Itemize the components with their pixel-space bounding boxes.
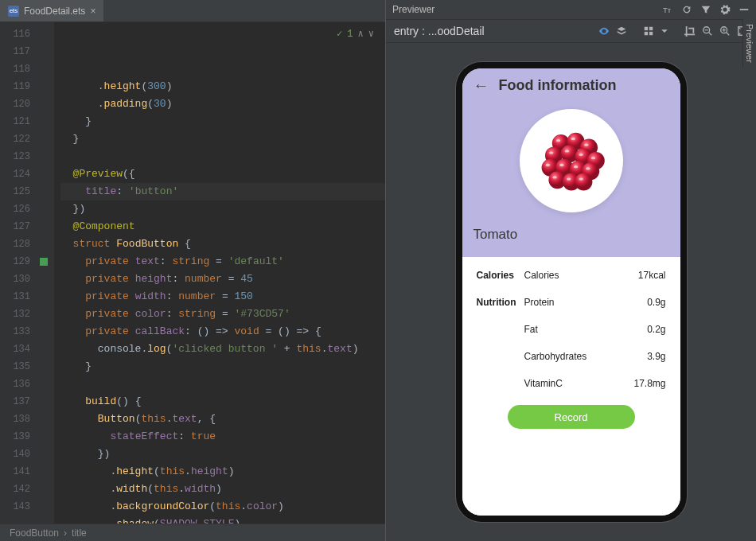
previewer-pane: Previewer Tт entry : ...oodDetail: [386, 0, 756, 541]
page-title: Food information: [499, 77, 617, 94]
layers-icon[interactable]: [616, 25, 627, 37]
device-frame: ← Food information: [456, 62, 687, 522]
nutrition-row: VitaminC17.8mg: [477, 378, 666, 389]
previewer-toolbar: entry : ...oodDetail: [386, 19, 756, 43]
svg-rect-4: [645, 32, 648, 35]
nutrition-group: Calories: [477, 270, 524, 281]
svg-point-35: [586, 167, 590, 169]
svg-rect-11: [723, 29, 724, 32]
nutrition-label: VitaminC: [524, 378, 634, 389]
nutrition-label: Carbohydrates: [524, 351, 648, 362]
zoom-in-icon[interactable]: [719, 25, 731, 37]
preview-canvas: ← Food information: [386, 43, 756, 541]
breadcrumb[interactable]: FoodButton › title: [0, 523, 385, 541]
line-gutter: 1161171181191201211221231241251261271281…: [0, 22, 35, 523]
previewer-header: Previewer Tт: [386, 0, 756, 19]
editor-tab[interactable]: ets FoodDetail.ets ×: [0, 0, 103, 21]
nutrition-value: 0.2g: [647, 324, 665, 335]
svg-point-33: [573, 165, 578, 168]
nutrition-row: Carbohydrates3.9g: [477, 351, 666, 362]
nutrition-row: Fat0.2g: [477, 324, 666, 335]
code-content[interactable]: ✓1 ∧ ∨ .height(300) .padding(30) } } @Pr…: [54, 22, 385, 523]
back-icon[interactable]: ←: [473, 76, 489, 95]
marker-gutter: [35, 22, 54, 523]
previewer-title: Previewer: [392, 4, 435, 15]
nutrition-value: 17.8mg: [633, 378, 665, 389]
chevron-right-icon: ›: [64, 527, 67, 539]
nutrition-group: Nutrition: [477, 297, 524, 308]
food-name: Tomato: [473, 219, 669, 243]
svg-rect-7: [705, 29, 708, 30]
record-button[interactable]: Record: [508, 405, 635, 429]
nutrition-row: CaloriesCalories17kcal: [477, 270, 666, 281]
check-icon: ✓: [337, 25, 342, 43]
svg-point-21: [548, 151, 553, 154]
editor-tab-bar: ets FoodDetail.ets ×: [0, 0, 385, 22]
crop-icon[interactable]: [684, 25, 696, 37]
breadcrumb-item[interactable]: FoodButton: [10, 527, 59, 539]
svg-point-27: [590, 157, 595, 159]
svg-point-41: [579, 177, 583, 180]
svg-rect-5: [649, 32, 653, 35]
zoom-out-icon[interactable]: [702, 25, 713, 37]
device-screen: ← Food information: [462, 68, 680, 516]
svg-point-40: [575, 173, 592, 190]
svg-rect-2: [645, 27, 648, 30]
text-mode-icon[interactable]: Tт: [662, 4, 673, 15]
svg-point-39: [566, 177, 571, 180]
chevron-up-icon[interactable]: ∧: [358, 25, 364, 43]
chevron-down-icon[interactable]: ∨: [368, 25, 374, 43]
eye-icon[interactable]: [598, 25, 610, 37]
entry-label: entry : ...oodDetail: [394, 25, 485, 37]
grid-icon[interactable]: [643, 25, 654, 37]
nutrition-value: 3.9g: [647, 351, 665, 362]
svg-point-15: [555, 139, 560, 142]
nutrition-value: 0.9g: [647, 297, 665, 308]
editor-pane: ets FoodDetail.ets × 1161171181191201211…: [0, 0, 386, 541]
nutrition-list: CaloriesCalories17kcalNutritionProtein0.…: [462, 257, 680, 516]
nutrition-value: 17kcal: [638, 270, 666, 281]
nutrition-row: NutritionProtein0.9g: [477, 297, 666, 308]
svg-line-12: [727, 33, 730, 36]
filter-icon[interactable]: [700, 4, 711, 15]
nutrition-label: Calories: [524, 270, 638, 281]
svg-rect-1: [740, 9, 749, 10]
svg-point-17: [571, 138, 575, 140]
food-header: ← Food information: [462, 68, 680, 257]
svg-point-23: [564, 150, 569, 152]
gear-icon[interactable]: [719, 4, 731, 15]
svg-rect-3: [649, 27, 653, 30]
inspection-summary[interactable]: ✓1 ∧ ∨: [337, 25, 374, 43]
nutrition-label: Protein: [524, 297, 648, 308]
svg-line-8: [709, 33, 712, 36]
svg-text:Tт: Tт: [663, 6, 672, 14]
svg-point-25: [579, 154, 583, 156]
svg-point-29: [545, 164, 550, 166]
minimize-icon[interactable]: [738, 4, 750, 15]
chevron-down-icon[interactable]: [661, 27, 668, 35]
tab-filename: FoodDetail.ets: [24, 6, 85, 17]
svg-point-31: [559, 164, 564, 166]
nutrition-label: Fat: [524, 324, 648, 335]
food-image: [520, 109, 623, 212]
close-icon[interactable]: ×: [90, 6, 95, 17]
previewer-side-tab[interactable]: Previewer: [742, 19, 756, 68]
breadcrumb-item[interactable]: title: [72, 527, 87, 539]
code-area[interactable]: 1161171181191201211221231241251261271281…: [0, 22, 385, 523]
file-icon: ets: [8, 6, 19, 17]
svg-point-19: [583, 144, 588, 146]
refresh-icon[interactable]: [681, 4, 692, 15]
svg-point-37: [552, 176, 557, 178]
